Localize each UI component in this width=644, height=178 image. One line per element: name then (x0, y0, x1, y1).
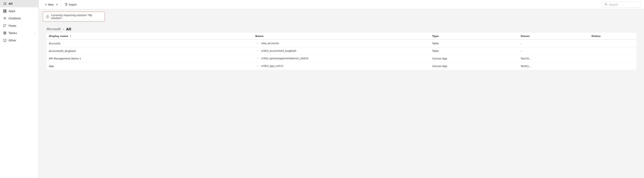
toolbar-divider (61, 3, 61, 6)
sort-ascending-icon: ↑ (70, 35, 72, 38)
svg-rect-9 (5, 11, 6, 12)
column-owner-label: Owner (521, 35, 530, 38)
table-header-row: Display name ↑ Name Type Owner (46, 33, 636, 40)
sidebar-item-label: Tables (8, 32, 17, 35)
row-context-menu[interactable]: ··· (255, 42, 260, 45)
sidebar-item-label: Apps (8, 9, 15, 12)
svg-rect-2 (3, 3, 4, 4)
import-icon (65, 3, 68, 6)
chatbots-icon (3, 17, 6, 20)
sidebar-item-label: Chatbots (8, 17, 21, 20)
table-row[interactable]: App ··· cr5b3_app_ce513 Canvas App Test5… (46, 62, 636, 70)
svg-point-10 (4, 18, 4, 18)
info-icon: i (46, 15, 49, 18)
column-status-label: Status (592, 35, 601, 38)
main-content: + New ▾ Import Searc (39, 0, 644, 178)
sidebar-item-all[interactable]: All (0, 0, 39, 7)
svg-point-21 (605, 3, 607, 5)
sidebar-item-other[interactable]: Other (0, 37, 39, 44)
search-box[interactable]: Search (601, 1, 640, 7)
cell-owner: Test51... (518, 62, 589, 70)
import-banner-message: Currently importing solution "My solutio… (51, 14, 102, 19)
flows-icon (3, 24, 6, 27)
content-area: i Currently importing solution "My solut… (39, 9, 644, 178)
sidebar-item-tables[interactable]: Tables › (0, 29, 39, 37)
table-row[interactable]: API Management Demo 1 ··· cr5b3_apimanag… (46, 55, 636, 62)
breadcrumb-separator: > (62, 28, 65, 31)
column-header-type[interactable]: Type (430, 33, 518, 40)
svg-point-14 (6, 24, 6, 25)
plus-icon: + (45, 3, 47, 6)
new-dropdown-button[interactable]: ▾ (55, 2, 59, 7)
sidebar-item-chatbots[interactable]: Chatbots (0, 15, 39, 22)
row-context-menu[interactable]: ··· (255, 57, 260, 60)
cell-type: Table (430, 47, 518, 55)
cell-type: Canvas App (430, 62, 518, 70)
new-button[interactable]: + New (43, 2, 55, 7)
cell-status (589, 47, 636, 55)
cell-type: Table (430, 40, 518, 47)
column-type-label: Type (432, 35, 439, 38)
row-context-menu[interactable]: ··· (255, 64, 260, 68)
svg-rect-18 (4, 34, 6, 34)
svg-rect-5 (4, 4, 6, 5)
new-button-group: + New ▾ (43, 2, 59, 7)
column-name-label: Name (255, 35, 264, 38)
column-header-owner[interactable]: Owner (518, 33, 589, 40)
column-display-name-label: Display name (49, 35, 68, 38)
cell-display-name: Accounts01_Bugbash (46, 47, 253, 55)
table-body: Accounts ··· new_accounts Table - Accoun… (46, 40, 636, 70)
cell-name: ··· cr5b3_app_ce513 (253, 62, 430, 70)
svg-point-12 (5, 18, 6, 18)
sidebar-item-label: Other (8, 39, 16, 42)
svg-rect-6 (3, 9, 5, 11)
cell-display-name: Accounts (46, 40, 253, 47)
cell-display-name: API Management Demo 1 (46, 55, 253, 62)
svg-rect-7 (5, 9, 6, 11)
table-container: Display name ↑ Name Type Owner (39, 33, 644, 70)
sidebar-item-label: All (8, 2, 12, 5)
chevron-down-icon: ▾ (56, 3, 58, 6)
table-row[interactable]: Accounts01_Bugbash ··· cr5b3_accounts01_… (46, 47, 636, 55)
apps-icon (3, 9, 6, 13)
breadcrumb-parent[interactable]: Microsoft (46, 27, 61, 31)
column-header-status[interactable]: Status (589, 33, 636, 40)
svg-point-13 (4, 24, 4, 25)
other-icon (3, 39, 6, 42)
sidebar-item-label: Flows (8, 24, 16, 27)
svg-rect-16 (4, 32, 6, 32)
cell-type: Canvas App (430, 55, 518, 62)
cell-status (589, 62, 636, 70)
import-button-label: Import (69, 3, 76, 6)
svg-rect-20 (4, 42, 6, 42)
cell-name: ··· cr5b3_apimanagementdemo1_20d14 (253, 55, 430, 62)
svg-rect-4 (3, 4, 4, 5)
cell-name: ··· cr5b3_accounts01_bugbash (253, 47, 430, 55)
sidebar-item-flows[interactable]: Flows (0, 22, 39, 29)
cell-display-name: App (46, 62, 253, 70)
search-icon (604, 3, 607, 6)
sidebar-item-apps[interactable]: Apps (0, 7, 39, 15)
cell-owner: - (518, 47, 589, 55)
breadcrumb: Microsoft > All (39, 24, 644, 33)
svg-rect-0 (3, 2, 4, 3)
row-context-menu[interactable]: ··· (255, 49, 260, 53)
chevron-right-icon: › (35, 32, 36, 34)
cell-name: ··· new_accounts (253, 40, 430, 47)
new-button-label: New (48, 3, 54, 6)
import-banner: i Currently importing solution "My solut… (43, 12, 105, 22)
column-header-name[interactable]: Name (253, 33, 430, 40)
breadcrumb-current: All (66, 27, 71, 31)
cell-status (589, 55, 636, 62)
table-row[interactable]: Accounts ··· new_accounts Table - (46, 40, 636, 47)
svg-rect-19 (4, 39, 6, 41)
svg-rect-3 (4, 3, 6, 4)
svg-rect-1 (4, 2, 6, 3)
svg-point-11 (4, 17, 5, 18)
tables-icon (3, 31, 6, 35)
column-header-display-name[interactable]: Display name ↑ (46, 33, 253, 40)
import-button[interactable]: Import (62, 2, 79, 7)
sidebar: All Apps Chatbots (0, 0, 39, 178)
svg-line-22 (606, 5, 607, 6)
svg-point-15 (4, 26, 4, 27)
